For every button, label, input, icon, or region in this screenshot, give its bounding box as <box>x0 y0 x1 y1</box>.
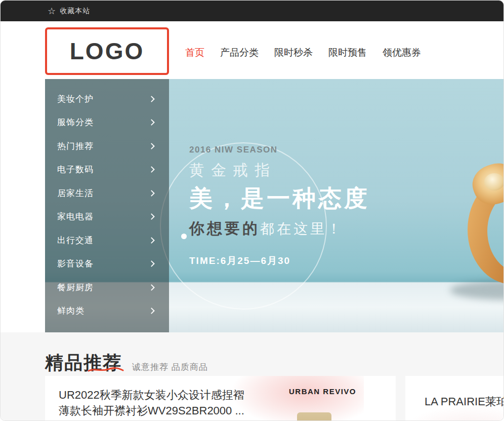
featured-header: 精品推荐 诚意推荐 品质商品 <box>45 351 208 375</box>
banner-subline: 你想要的都在这里！ <box>189 218 370 239</box>
chevron-right-icon <box>148 237 155 244</box>
sidebar-item-audio-video[interactable]: 影音设备 <box>45 252 169 276</box>
star-outline-icon[interactable]: ☆ <box>48 7 56 16</box>
topbar: ☆ 收藏本站 <box>1 1 504 21</box>
sidebar-item-label: 居家生活 <box>57 187 94 199</box>
sidebar-item-appliances[interactable]: 家电电器 <box>45 205 169 229</box>
ring-shadow <box>450 281 504 300</box>
chevron-right-icon <box>148 143 155 149</box>
banner-subline-light: 都在这里！ <box>260 221 344 237</box>
page: ☆ 收藏本站 LOGO 首页 产品分类 限时秒杀 限时预售 领优惠券 2016 … <box>0 0 504 421</box>
sidebar-item-apparel[interactable]: 服饰分类 <box>45 111 169 135</box>
main-nav: 首页 产品分类 限时秒杀 限时预售 领优惠券 <box>185 46 421 59</box>
sidebar-item-beauty[interactable]: 美妆个护 <box>45 87 169 111</box>
product-card-la-prairie[interactable]: LA PRAIRIE莱珀 ¥9.4 <box>405 376 504 421</box>
chevron-right-icon <box>148 96 155 102</box>
chevron-right-icon <box>148 119 155 126</box>
decorative-dot <box>181 234 187 239</box>
sidebar-item-label: 鲜肉类 <box>57 305 85 317</box>
chevron-right-icon <box>148 213 155 220</box>
banner-headline: 美，是一种态度 <box>189 183 370 214</box>
nav-item-home[interactable]: 首页 <box>185 46 204 59</box>
sidebar-item-label: 美妆个护 <box>57 93 94 105</box>
nav-item-categories[interactable]: 产品分类 <box>220 46 259 59</box>
sidebar-item-label: 电子数码 <box>57 164 94 175</box>
banner-time: TIME:6月25—6月30 <box>189 254 370 267</box>
chevron-right-icon <box>148 308 155 314</box>
product-title-line1: UR2022秋季新款女装小众设计感捏褶 <box>59 389 244 401</box>
favorite-site-link[interactable]: 收藏本站 <box>60 7 90 16</box>
sidebar-item-label: 热门推荐 <box>57 140 94 152</box>
banner-subline-bold: 你想要的 <box>189 220 260 237</box>
banner-season: 2016 NIW SEASON <box>189 145 370 155</box>
sidebar-item-label: 影音设备 <box>57 258 94 270</box>
sidebar-item-label: 服饰分类 <box>57 117 94 128</box>
sidebar-item-home-life[interactable]: 居家生活 <box>45 181 169 205</box>
sidebar-item-label: 出行交通 <box>57 235 94 246</box>
sidebar-item-fresh-meat[interactable]: 鲜肉类 <box>45 299 169 323</box>
chevron-right-icon <box>148 284 155 291</box>
sidebar-item-hot[interactable]: 热门推荐 <box>45 134 169 158</box>
gold-ring-gem <box>484 173 504 190</box>
chevron-right-icon <box>148 166 155 173</box>
product-title: UR2022秋季新款女装小众设计感捏褶 薄款长袖开襟衬衫WV29S2BR2000… <box>59 387 261 418</box>
banner-copy: 2016 NIW SEASON 黄金戒指 美，是一种态度 你想要的都在这里！ T… <box>189 145 370 267</box>
site-logo[interactable]: LOGO <box>45 27 169 75</box>
sidebar-item-label: 家电电器 <box>57 211 94 222</box>
sidebar-item-travel[interactable]: 出行交通 <box>45 228 169 252</box>
product-title-line2: 薄款长袖开襟衬衫WV29S2BR2000 ... <box>59 404 244 417</box>
header: LOGO 首页 产品分类 限时秒杀 限时预售 领优惠券 <box>1 21 504 79</box>
product-image <box>297 412 331 421</box>
sidebar-item-label: 餐厨厨房 <box>57 282 94 293</box>
category-sidebar: 美妆个护 服饰分类 热门推荐 电子数码 居家生活 家电电器 出行交通 影音设备 <box>45 79 169 332</box>
banner-product-name: 黄金戒指 <box>189 160 370 181</box>
nav-item-flash-sale[interactable]: 限时秒杀 <box>274 46 313 59</box>
chevron-right-icon <box>148 190 155 197</box>
logo-text: LOGO <box>70 37 144 65</box>
nav-item-presale[interactable]: 限时预售 <box>328 46 367 59</box>
sidebar-item-electronics[interactable]: 电子数码 <box>45 158 169 182</box>
featured-title: 精品推荐 <box>45 351 122 375</box>
featured-section: 精品推荐 诚意推荐 品质商品 UR2022秋季新款女装小众设计感捏褶 薄款长袖开… <box>1 332 504 421</box>
red-squiggle-underline <box>88 367 124 372</box>
brand-logo-text: URBAN REVIVO <box>289 387 356 396</box>
product-price: ¥9.4 <box>423 418 445 421</box>
nav-item-coupons[interactable]: 领优惠券 <box>383 46 421 59</box>
featured-subtitle: 诚意推荐 品质商品 <box>132 361 208 375</box>
product-card-urban-revivo[interactable]: UR2022秋季新款女装小众设计感捏褶 薄款长袖开襟衬衫WV29S2BR2000… <box>45 376 396 421</box>
product-title: LA PRAIRIE莱珀 <box>425 394 504 409</box>
chevron-right-icon <box>148 260 155 267</box>
sidebar-item-kitchen[interactable]: 餐厨厨房 <box>45 276 169 299</box>
